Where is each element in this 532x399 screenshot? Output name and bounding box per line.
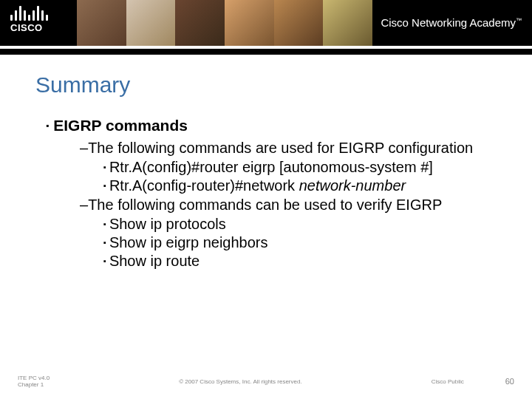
intro-verify: –The following commands can be used to v… <box>80 196 497 214</box>
page-number: 60 <box>505 377 514 386</box>
header-photo-strip <box>77 0 372 46</box>
footer: ITE PC v4.0 Chapter 1 © 2007 Cisco Syste… <box>0 375 532 389</box>
cmd-network: Rtr.A(config-router)#network network-num… <box>103 177 497 194</box>
cmd-router-eigrp: Rtr.A(config)#router eigrp [autonomous-s… <box>103 159 497 176</box>
section-heading: EIGRP commands <box>46 117 497 134</box>
slide-title: Summary <box>35 72 497 98</box>
black-strip <box>0 49 532 55</box>
brand-text: Cisco Networking Academy™ <box>381 16 522 29</box>
slide-content: Summary EIGRP commands –The following co… <box>0 55 532 270</box>
cmd-show-neighbors: Show ip eigrp neighbors <box>103 234 497 251</box>
cisco-bars-icon <box>10 4 48 21</box>
cmd-show-protocols: Show ip protocols <box>103 216 497 233</box>
footer-copyright: © 2007 Cisco Systems, Inc. All rights re… <box>50 378 432 385</box>
footer-classification: Cisco Public <box>432 378 505 385</box>
header-band: CISCO Cisco Networking Academy™ <box>0 0 532 46</box>
footer-left: ITE PC v4.0 Chapter 1 <box>18 375 50 389</box>
intro-config: –The following commands are used for EIG… <box>80 139 497 157</box>
cisco-logo-text: CISCO <box>10 22 48 33</box>
cisco-logo: CISCO <box>10 4 48 33</box>
cmd-show-route: Show ip route <box>103 253 497 270</box>
